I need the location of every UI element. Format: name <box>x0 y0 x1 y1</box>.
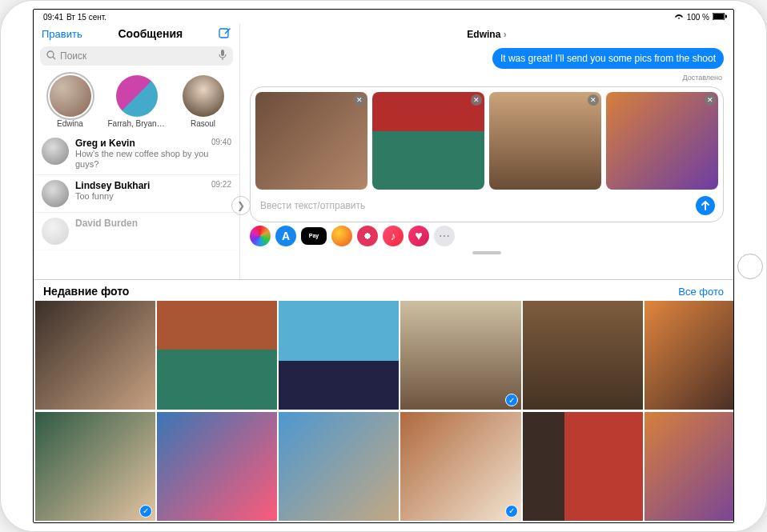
photo-thumb[interactable] <box>35 412 155 521</box>
avatar <box>42 218 69 245</box>
svg-rect-6 <box>221 50 224 56</box>
photo-thumb[interactable] <box>645 412 734 521</box>
conversation-pane: Edwina › It was great! I'll send you som… <box>240 24 733 279</box>
avatar <box>42 180 69 207</box>
svg-line-5 <box>53 57 55 59</box>
pinned-row: Edwina Farrah, Bryan и… Rasoul <box>34 69 239 133</box>
chevron-right-icon: › <box>500 29 506 40</box>
expand-apps-icon[interactable]: ❯ <box>231 196 251 215</box>
conv-name: Lindsey Bukhari <box>75 180 211 191</box>
pinned-rasoul[interactable]: Rasoul <box>175 75 232 128</box>
photo-thumb[interactable] <box>523 301 643 410</box>
status-date: Вт 15 сент. <box>66 13 106 22</box>
photo-thumb[interactable] <box>523 412 643 521</box>
all-photos-button[interactable]: Все фото <box>678 286 724 298</box>
selected-check-icon <box>505 394 518 406</box>
photos-app-icon[interactable] <box>250 226 271 246</box>
attachment-thumb[interactable]: ✕ <box>489 92 601 190</box>
message-input[interactable]: Ввести текст/отправить <box>260 200 689 211</box>
avatar <box>50 75 91 117</box>
more-apps-icon[interactable]: ⋯ <box>434 226 455 246</box>
drawer-title: Недавние фото <box>43 285 129 298</box>
selected-check-icon <box>505 505 518 518</box>
conversation-row[interactable]: David Burden <box>34 213 239 250</box>
svg-rect-1 <box>713 14 724 19</box>
sidebar-title: Сообщения <box>82 27 219 40</box>
photo-thumb[interactable] <box>400 412 520 521</box>
apple-pay-icon[interactable]: Pay <box>301 227 327 245</box>
photo-thumb[interactable] <box>157 412 277 521</box>
conversation-title[interactable]: Edwina › <box>240 24 733 45</box>
drawer-grab-handle[interactable] <box>472 251 501 254</box>
conv-time: 09:40 <box>211 138 231 149</box>
delivery-receipt: Доставлено <box>240 74 733 82</box>
selected-check-icon <box>139 505 152 518</box>
avatar <box>42 138 69 165</box>
avatar <box>183 75 224 117</box>
photo-thumb[interactable] <box>400 301 520 410</box>
search-placeholder: Поиск <box>60 50 86 62</box>
send-button[interactable] <box>696 196 715 215</box>
remove-attachment-icon[interactable]: ✕ <box>354 94 365 106</box>
photo-thumb[interactable] <box>35 301 155 410</box>
home-button[interactable] <box>737 254 763 279</box>
music-icon[interactable]: ♪ <box>383 226 404 246</box>
memoji-icon[interactable] <box>331 226 352 246</box>
wifi-icon <box>674 12 684 22</box>
sent-message-bubble[interactable]: It was great! I'll send you some pics fr… <box>492 48 724 69</box>
status-bar: 09:41 Вт 15 сент. 100 % <box>34 10 733 24</box>
svg-rect-3 <box>219 29 228 38</box>
dictation-icon[interactable] <box>219 50 227 63</box>
conversation-row[interactable]: Lindsey Bukhari 09:22 Too funny <box>34 175 239 213</box>
status-time: 09:41 <box>43 13 63 22</box>
photo-thumb[interactable] <box>279 412 399 521</box>
search-input[interactable]: Поиск <box>40 46 233 66</box>
conv-snippet: Too funny <box>75 191 231 202</box>
app-store-icon[interactable]: A <box>275 226 296 246</box>
find-icon[interactable] <box>357 226 378 246</box>
search-icon <box>46 50 56 62</box>
message-composer: ✕ ✕ ✕ ✕ ❯ Ввести текст/отправить <box>250 86 724 222</box>
conv-snippet: How's the new coffee shop by you guys? <box>75 149 231 170</box>
edit-button[interactable]: Править <box>42 28 82 40</box>
svg-point-4 <box>47 51 54 58</box>
imessage-apps-rail: A Pay ♪ ♥ ⋯ <box>240 222 733 251</box>
pinned-edwina[interactable]: Edwina <box>42 75 99 128</box>
conv-name: Greg и Kevin <box>75 138 211 149</box>
remove-attachment-icon[interactable]: ✕ <box>588 94 599 106</box>
contact-name: Edwina <box>467 29 500 40</box>
svg-rect-2 <box>725 14 727 18</box>
remove-attachment-icon[interactable]: ✕ <box>471 94 482 106</box>
attachment-thumb[interactable]: ✕ <box>606 92 718 190</box>
photo-picker-drawer: Недавние фото Все фото So cool! <box>34 280 733 522</box>
pinned-group[interactable]: Farrah, Bryan и… <box>108 75 166 128</box>
photo-thumb[interactable] <box>645 301 734 410</box>
attachment-thumb[interactable]: ✕ <box>255 92 367 190</box>
battery-icon <box>713 13 727 22</box>
digital-touch-icon[interactable]: ♥ <box>408 226 429 246</box>
battery-text: 100 % <box>687 13 709 22</box>
avatar <box>116 75 158 117</box>
conv-time: 09:22 <box>211 180 231 191</box>
messages-sidebar: Править Сообщения Поиск <box>34 24 240 279</box>
photo-thumb[interactable] <box>279 301 399 410</box>
conversation-row[interactable]: Greg и Kevin 09:40 How's the new coffee … <box>34 133 239 175</box>
attachment-thumb[interactable]: ✕ <box>372 92 484 190</box>
compose-icon[interactable] <box>219 27 231 40</box>
remove-attachment-icon[interactable]: ✕ <box>705 94 716 106</box>
conv-name: David Burden <box>75 218 231 229</box>
photo-thumb[interactable] <box>157 301 277 410</box>
